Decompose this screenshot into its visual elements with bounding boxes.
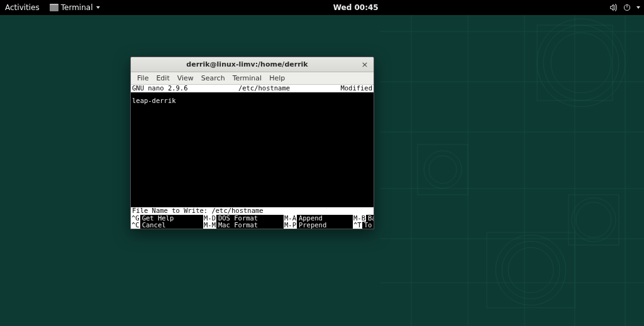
key-label: M-M — [203, 222, 216, 229]
nano-header: GNU nano 2.9.6 /etc/hostname Modified — [131, 85, 374, 92]
svg-rect-21 — [537, 25, 613, 101]
svg-point-0 — [537, 19, 625, 107]
app-menu[interactable]: Terminal — [47, 1, 103, 14]
menu-help[interactable]: Help — [265, 73, 289, 84]
nano-prompt-label: File Name to Write: — [132, 207, 211, 214]
nano-status: Modified — [339, 85, 372, 92]
svg-rect-23 — [569, 195, 619, 245]
nano-version: GNU nano 2.9.6 — [132, 85, 189, 92]
svg-point-3 — [424, 151, 462, 188]
wallpaper-decoration — [380, 0, 644, 326]
key-label: ^C — [131, 222, 140, 229]
close-icon: × — [362, 60, 369, 68]
sc-label: Mac Format — [218, 222, 258, 229]
nano-sc-macformat: M-MMac Format — [203, 222, 284, 229]
sc-label: To Files — [364, 222, 374, 229]
terminal-icon — [50, 4, 58, 11]
nano-shortcut-bar: ^GGet Help M-DDOS Format M-AAppend M-BBa… — [131, 215, 374, 229]
app-menu-label: Terminal — [61, 3, 93, 12]
svg-point-7 — [496, 235, 566, 305]
menubar: File Edit View Search Terminal Help — [131, 72, 374, 85]
svg-point-1 — [543, 25, 619, 101]
svg-point-9 — [508, 247, 553, 293]
svg-rect-24 — [487, 232, 575, 308]
key-label: M-P — [284, 222, 297, 229]
sc-label: Cancel — [142, 222, 166, 229]
power-icon — [623, 3, 631, 12]
gnome-topbar: Activities Terminal Wed 00:45 — [0, 0, 644, 15]
svg-rect-22 — [418, 144, 468, 195]
window-title: derrik@linux-limv:/home/derrik — [135, 60, 360, 68]
svg-point-6 — [576, 202, 611, 237]
svg-point-5 — [572, 198, 616, 242]
window-titlebar[interactable]: derrik@linux-limv:/home/derrik × — [131, 57, 374, 72]
chevron-down-icon — [96, 6, 100, 9]
svg-point-8 — [502, 241, 560, 299]
nano-editor-body[interactable]: leap-derrik — [131, 92, 374, 106]
nano-prompt-value[interactable]: /etc/hostname — [211, 207, 263, 214]
window-close-button[interactable]: × — [360, 60, 370, 70]
clock[interactable]: Wed 00:45 — [103, 3, 609, 12]
menu-view[interactable]: View — [174, 73, 197, 84]
menu-file[interactable]: File — [133, 73, 152, 84]
svg-point-2 — [551, 33, 611, 93]
nano-footer: File Name to Write: /etc/hostname ^GGet … — [131, 207, 374, 229]
svg-point-4 — [429, 156, 457, 183]
menu-terminal[interactable]: Terminal — [229, 73, 266, 84]
system-status-area[interactable] — [609, 3, 640, 12]
key-label: ^T — [353, 222, 362, 229]
nano-filename: /etc/hostname — [189, 85, 340, 92]
nano-sc-cancel: ^CCancel — [131, 222, 203, 229]
terminal-content[interactable]: GNU nano 2.9.6 /etc/hostname Modified le… — [131, 85, 374, 229]
activities-button[interactable]: Activities — [4, 1, 41, 14]
volume-icon — [609, 3, 618, 12]
nano-sc-tofiles: ^TTo Files — [353, 222, 374, 229]
sc-label: Prepend — [299, 222, 326, 229]
chevron-down-icon — [636, 6, 640, 9]
terminal-window: derrik@linux-limv:/home/derrik × File Ed… — [130, 57, 374, 229]
nano-sc-prepend: M-PPrepend — [284, 222, 353, 229]
menu-search[interactable]: Search — [197, 73, 229, 84]
menu-edit[interactable]: Edit — [152, 73, 173, 84]
